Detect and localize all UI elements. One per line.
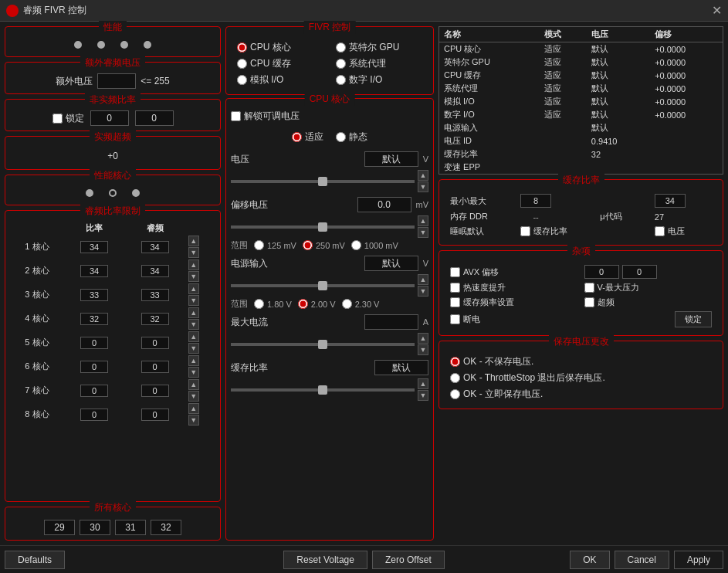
cache-ratio-input[interactable] bbox=[374, 360, 428, 375]
power-range-option-label[interactable]: 1.80 V bbox=[254, 299, 292, 309]
core-down-btn[interactable]: ▼ bbox=[188, 391, 199, 402]
offset-up-btn[interactable]: ▲ bbox=[418, 215, 428, 226]
core-ratio-input[interactable] bbox=[80, 361, 108, 373]
perf-dot-3[interactable] bbox=[120, 41, 128, 49]
thermal-boost-label[interactable]: 热速度提升 bbox=[450, 282, 578, 293]
thermal-boost-checkbox[interactable] bbox=[450, 283, 460, 293]
power-range-radio[interactable] bbox=[298, 299, 308, 309]
save-opt2-label[interactable]: OK - ThrottleStop 退出后保存电压. bbox=[450, 371, 712, 385]
ratio-val2-input[interactable] bbox=[135, 110, 174, 126]
power-up-btn[interactable]: ▲ bbox=[418, 274, 428, 285]
fivr-option-label[interactable]: 系统代理 bbox=[336, 57, 422, 70]
close-button[interactable]: ✕ bbox=[712, 5, 722, 17]
unlock-checkbox[interactable] bbox=[231, 111, 241, 121]
all-core-input[interactable] bbox=[151, 520, 181, 535]
perf-dot-2[interactable] bbox=[97, 41, 105, 49]
overclock-chk-label[interactable]: 超频 bbox=[584, 297, 713, 308]
core-freq-input[interactable] bbox=[141, 337, 169, 349]
core-up-btn[interactable]: ▲ bbox=[188, 283, 199, 294]
core-up-btn[interactable]: ▲ bbox=[188, 403, 199, 414]
core-down-btn[interactable]: ▼ bbox=[188, 367, 199, 378]
core-up-btn[interactable]: ▲ bbox=[188, 355, 199, 366]
offset-input[interactable] bbox=[357, 197, 411, 212]
v-max-label[interactable]: V-最大压力 bbox=[584, 282, 713, 293]
fivr-option-label[interactable]: 英特尔 GPU bbox=[336, 41, 422, 54]
all-core-input[interactable] bbox=[115, 520, 146, 535]
core-freq-input[interactable] bbox=[141, 289, 169, 301]
core-down-btn[interactable]: ▼ bbox=[188, 271, 199, 282]
power-cut-label[interactable]: 断电 bbox=[450, 314, 578, 325]
fivr-option-label[interactable]: 模拟 I/O bbox=[237, 73, 323, 86]
ratio-lock-checkbox[interactable] bbox=[52, 114, 63, 124]
max-current-input[interactable] bbox=[364, 314, 418, 330]
fivr-radio[interactable] bbox=[237, 59, 247, 69]
voltage-input[interactable] bbox=[364, 151, 418, 167]
reset-voltage-button[interactable]: Reset Voltage bbox=[283, 551, 367, 569]
avx-label[interactable]: AVX 偏移 bbox=[450, 266, 578, 278]
ok-button[interactable]: OK bbox=[570, 551, 609, 569]
core-down-btn[interactable]: ▼ bbox=[188, 247, 199, 258]
extra-volt-input[interactable] bbox=[97, 73, 136, 89]
defaults-button[interactable]: Defaults bbox=[5, 551, 65, 569]
core-ratio-input[interactable] bbox=[80, 409, 108, 421]
voltage-up-btn[interactable]: ▲ bbox=[418, 170, 428, 181]
core-down-btn[interactable]: ▼ bbox=[188, 319, 199, 330]
core-ratio-input[interactable] bbox=[80, 241, 108, 253]
avx-checkbox[interactable] bbox=[450, 267, 460, 277]
adaptive-radio[interactable] bbox=[292, 132, 302, 142]
fivr-radio[interactable] bbox=[237, 75, 247, 85]
static-radio[interactable] bbox=[336, 132, 346, 142]
zero-offset-button[interactable]: Zero Offset bbox=[372, 551, 445, 569]
core-up-btn[interactable]: ▲ bbox=[188, 331, 199, 342]
unlock-label[interactable]: 解锁可调电压 bbox=[231, 110, 428, 123]
save-opt1-label[interactable]: OK - 不保存电压. bbox=[450, 355, 712, 368]
voltage-slider[interactable] bbox=[231, 180, 415, 183]
offset-down-btn[interactable]: ▼ bbox=[418, 227, 428, 238]
fivr-radio[interactable] bbox=[336, 75, 346, 85]
core-ratio-input[interactable] bbox=[80, 289, 108, 301]
max-val-input[interactable] bbox=[655, 194, 686, 208]
power-range-radio[interactable] bbox=[342, 299, 352, 309]
core-down-btn[interactable]: ▼ bbox=[188, 295, 199, 306]
fivr-option-label[interactable]: 数字 I/O bbox=[336, 73, 422, 86]
cache-ratio-chk-label[interactable]: 缓存比率 bbox=[520, 225, 594, 237]
overclock-chk-checkbox[interactable] bbox=[584, 297, 594, 307]
voltage-chk-checkbox[interactable] bbox=[655, 226, 665, 236]
all-core-input[interactable] bbox=[44, 520, 75, 535]
cache-ratio-checkbox[interactable] bbox=[520, 226, 530, 236]
core-ratio-input[interactable] bbox=[80, 385, 108, 397]
power-slider[interactable] bbox=[231, 284, 415, 287]
power-cut-checkbox[interactable] bbox=[450, 314, 460, 324]
core-freq-input[interactable] bbox=[141, 409, 169, 421]
v-max-checkbox[interactable] bbox=[584, 283, 594, 293]
range-radio[interactable] bbox=[254, 240, 264, 250]
core-ratio-input[interactable] bbox=[80, 337, 108, 349]
save-opt1-radio[interactable] bbox=[450, 357, 460, 367]
offset-slider[interactable] bbox=[231, 225, 415, 229]
cache-ratio-slider[interactable] bbox=[231, 388, 415, 392]
fivr-radio[interactable] bbox=[336, 59, 346, 69]
max-current-down-btn[interactable]: ▼ bbox=[418, 344, 428, 355]
perf-core-dot-1[interactable] bbox=[86, 189, 93, 197]
voltage-chk-label[interactable]: 电压 bbox=[655, 225, 712, 237]
perf-core-dot-3[interactable] bbox=[132, 189, 140, 197]
core-down-btn[interactable]: ▼ bbox=[188, 415, 199, 426]
static-label[interactable]: 静态 bbox=[336, 131, 367, 144]
max-current-up-btn[interactable]: ▲ bbox=[418, 333, 428, 344]
perf-core-dot-2[interactable] bbox=[109, 189, 117, 197]
power-input-field[interactable] bbox=[364, 256, 418, 271]
max-current-slider[interactable] bbox=[231, 343, 415, 346]
range-option-label[interactable]: 250 mV bbox=[303, 240, 345, 250]
power-down-btn[interactable]: ▼ bbox=[418, 286, 428, 297]
range-option-label[interactable]: 1000 mV bbox=[351, 240, 398, 250]
range-radio[interactable] bbox=[303, 240, 313, 250]
adaptive-label[interactable]: 适应 bbox=[292, 131, 323, 144]
cancel-button[interactable]: Cancel bbox=[615, 551, 669, 569]
ratio-lock-label[interactable]: 锁定 bbox=[52, 112, 84, 125]
core-up-btn[interactable]: ▲ bbox=[188, 259, 199, 270]
save-opt3-radio[interactable] bbox=[450, 389, 460, 399]
core-freq-input[interactable] bbox=[141, 241, 169, 253]
range-option-label[interactable]: 125 mV bbox=[254, 240, 296, 250]
power-range-option-label[interactable]: 2.00 V bbox=[298, 299, 336, 309]
lock-button[interactable]: 锁定 bbox=[675, 311, 712, 327]
